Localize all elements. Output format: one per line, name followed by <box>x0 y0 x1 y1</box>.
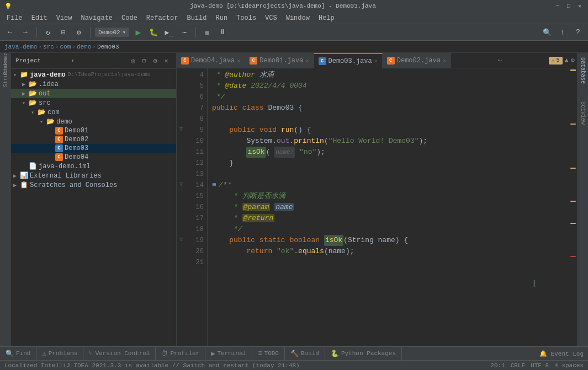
tree-item-scratches[interactable]: ▶ 📋 Scratches and Consoles <box>11 180 176 190</box>
menu-run[interactable]: Run <box>211 13 232 23</box>
bottom-tab-find[interactable]: 🔍 Find <box>0 347 36 360</box>
breadcrumb-file[interactable]: Demo03 <box>97 44 119 50</box>
tree-item-out[interactable]: ▶ 📂 out <box>11 89 176 98</box>
cursor-position[interactable]: 20:1 <box>490 362 505 369</box>
menu-vcs[interactable]: VCS <box>261 13 282 23</box>
bottom-tab-build[interactable]: 🔨 Build <box>285 347 325 360</box>
tab-demo01[interactable]: C Demo01.java ✕ <box>245 53 314 68</box>
tree-item-demo02[interactable]: C Demo02 <box>11 135 176 144</box>
help-button[interactable]: ? <box>571 26 585 39</box>
tree-label-iml: java-demo.iml <box>39 163 91 170</box>
tree-item-java-demo[interactable]: ▾ 📁 java-demo D:\IdeaProjects\java-demo <box>11 70 176 79</box>
breadcrumb-demo[interactable]: demo <box>77 44 91 50</box>
bottom-tab-todo[interactable]: ≡ TODO <box>252 347 285 360</box>
bottom-tab-profiler[interactable]: ⏱ Profiler <box>156 347 205 360</box>
fold-12[interactable] <box>177 157 186 168</box>
tree-item-ext-libs[interactable]: ▶ 📊 External Libraries <box>11 171 176 180</box>
forward-button[interactable]: → <box>19 26 32 39</box>
fold-9[interactable]: ▽ <box>177 124 186 135</box>
indent-settings[interactable]: 4 spaces <box>554 362 584 369</box>
tree-item-demo[interactable]: ▾ 📂 demo <box>11 117 176 126</box>
menu-view[interactable]: View <box>52 13 77 23</box>
back-button[interactable]: ← <box>3 26 17 39</box>
tree-item-iml[interactable]: 📄 java-demo.iml <box>11 162 176 171</box>
tab-demo04[interactable]: C Demo04.java ✕ <box>177 53 245 68</box>
fold-19[interactable]: ▽ <box>177 234 186 245</box>
bottom-tab-terminal[interactable]: ▶ Terminal <box>205 347 252 360</box>
more-run-button[interactable]: ⋯ <box>178 26 191 39</box>
fold-5[interactable] <box>177 79 186 90</box>
code-line-16: * @param name <box>212 202 565 213</box>
tab-demo02[interactable]: C Demo02.java ✕ <box>383 53 451 68</box>
stop-button[interactable]: ◼ <box>200 26 214 39</box>
tabs-more-button[interactable]: ⋯ <box>495 56 505 65</box>
bottom-tab-problems[interactable]: ⚠ Problems <box>36 347 83 360</box>
bottom-tab-vcs[interactable]: ⑂ Version Control <box>83 347 156 360</box>
tree-item-demo01[interactable]: C Demo01 <box>11 126 176 135</box>
sciview-panel-toggle[interactable]: SciView <box>579 99 587 127</box>
run-coverage-button[interactable]: ▶̲ <box>162 26 176 39</box>
folder-icon-demo: 📂 <box>46 117 55 126</box>
maximize-button[interactable]: □ <box>565 2 573 10</box>
linenum-17: 17 <box>189 213 204 224</box>
breadcrumb-project[interactable]: java-demo <box>4 44 37 50</box>
expand-editor-button[interactable]: ▲ <box>565 57 569 65</box>
menu-file[interactable]: File <box>2 13 27 23</box>
tab-close-demo04[interactable]: ✕ <box>237 57 240 64</box>
search-button[interactable]: 🔍 <box>541 26 554 39</box>
tab-demo03[interactable]: C Demo03.java ✕ <box>314 53 383 68</box>
database-panel-toggle[interactable]: Database <box>579 55 587 86</box>
bottom-tab-python[interactable]: 🐍 Python Packages <box>325 347 402 360</box>
gear-editor-button[interactable]: ⚙ <box>571 56 575 65</box>
code-line-7: public class Demo03 { <box>212 103 565 114</box>
line-separator[interactable]: CRLF <box>511 362 525 369</box>
menu-tools[interactable]: Tools <box>232 13 261 23</box>
code-line-13 <box>212 169 565 180</box>
minimize-button[interactable]: ─ <box>554 2 561 10</box>
tree-item-demo04[interactable]: C Demo04 <box>11 153 176 162</box>
suspend-button[interactable]: ⏸ <box>216 26 229 39</box>
fold-6[interactable] <box>177 90 186 101</box>
code-editor[interactable]: * @author 水滴 * @date 2022/4/4 0004 */ pu… <box>208 68 569 346</box>
tab-close-demo01[interactable]: ✕ <box>305 57 309 64</box>
close-button[interactable]: ✕ <box>576 2 584 10</box>
toolbar-separator-2 <box>90 27 91 38</box>
collapse-all-button[interactable]: ⊟ <box>139 55 150 66</box>
event-log-link[interactable]: 🔔 Event Log <box>539 350 584 357</box>
breadcrumb-com[interactable]: com <box>60 44 71 50</box>
sync-button[interactable]: ↻ <box>41 26 55 39</box>
structure-panel-toggle[interactable]: Structure <box>1 67 10 77</box>
debug-button[interactable]: 🐛 <box>147 26 160 39</box>
tree-item-demo03[interactable]: C Demo03 <box>11 144 176 153</box>
sidebar-options-button[interactable]: ⚙ <box>150 55 161 66</box>
search-all-button[interactable]: ⊟ <box>57 26 70 39</box>
tab-close-demo02[interactable]: ✕ <box>443 57 446 64</box>
fold-7[interactable] <box>177 101 186 112</box>
menu-navigate[interactable]: Navigate <box>76 13 117 23</box>
locate-file-button[interactable]: ◎ <box>128 55 139 66</box>
settings-button[interactable]: ⚙ <box>72 26 86 39</box>
menu-window[interactable]: Window <box>282 13 314 23</box>
breadcrumb-src[interactable]: src <box>43 44 54 50</box>
tree-item-com[interactable]: ▾ 📂 com <box>11 108 176 117</box>
menu-code[interactable]: Code <box>117 13 142 23</box>
fold-18[interactable] <box>177 223 186 234</box>
close-sidebar-button[interactable]: ✕ <box>161 55 172 66</box>
update-button[interactable]: ↑ <box>556 26 569 39</box>
run-button[interactable]: ▶ <box>131 26 145 39</box>
tree-item-src[interactable]: ▾ 📂 src <box>11 98 176 108</box>
file-encoding[interactable]: UTF-8 <box>531 362 549 369</box>
warning-indicator[interactable]: ⚠ 5 <box>549 57 563 65</box>
tab-close-demo03[interactable]: ✕ <box>374 58 378 65</box>
menu-help[interactable]: Help <box>314 13 339 23</box>
fold-14[interactable]: ▽ <box>177 179 186 190</box>
menu-refactor[interactable]: Refactor <box>142 13 183 23</box>
editor-tabs: C Demo04.java ✕ C Demo01.java ✕ C Demo03… <box>177 53 577 68</box>
gutter-mark-err <box>570 256 576 257</box>
menu-build[interactable]: Build <box>182 13 211 23</box>
menu-edit[interactable]: Edit <box>27 13 52 23</box>
run-configuration[interactable]: Demo02 ▾ <box>95 28 129 37</box>
sidebar-dropdown-arrow[interactable]: ▾ <box>71 57 74 64</box>
fold-4[interactable] <box>177 68 186 79</box>
tree-item-idea[interactable]: ▶ 📂 .idea <box>11 79 176 89</box>
